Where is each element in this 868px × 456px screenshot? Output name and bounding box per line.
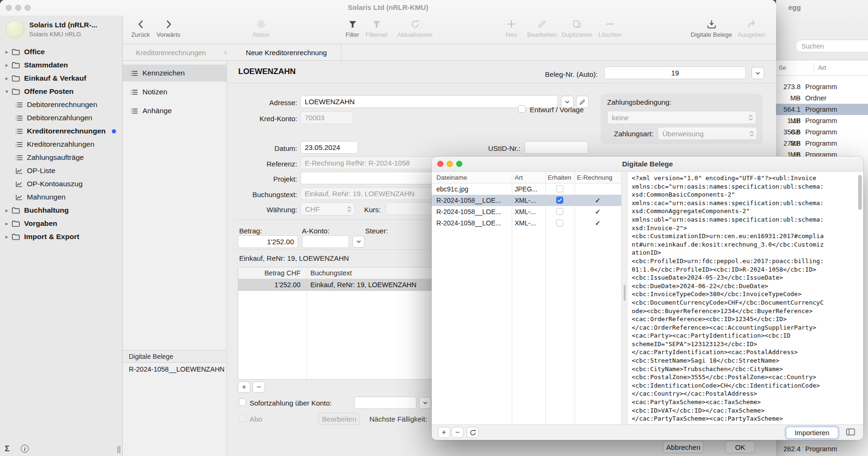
sidebar-item-mahnungen[interactable]: Mahnungen [0,191,122,204]
add-position-button[interactable] [238,381,250,393]
search-input[interactable]: Suchen [795,40,868,52]
sidebar-item-vorgaben[interactable]: Vorgaben [0,217,122,230]
sidebar-item-import-export[interactable]: Import & Export [0,230,122,243]
sidebar-item-office[interactable]: Office [0,45,122,58]
section-item-anhaenge[interactable]: Anhänge [123,102,226,119]
sidebar-item-zahlungsauftraege[interactable]: Zahlungsaufträge [0,151,122,164]
column-art[interactable]: Art [515,172,523,183]
referenz-value: E-Rechnung RefNr: R-2024-1058 [305,159,410,167]
disclosure-triangle-icon[interactable] [3,233,11,240]
table-row[interactable]: R-2024-1058__LOE... XML-... [432,217,621,229]
file-row[interactable]: 273.8 MBProgramm [776,138,868,149]
disclosure-triangle-icon[interactable] [3,62,11,68]
sum-icon[interactable] [5,444,9,454]
section-item-notizen[interactable]: Notizen [123,83,226,100]
splitter-handle[interactable] [624,285,626,301]
a-konto-dropdown-button[interactable] [352,236,365,248]
button-label: Bearbeiten [322,415,357,423]
file-row-selected[interactable]: 564.1 MBProgramm [776,104,868,115]
column-e-rechnung[interactable]: E-Rechnung [577,172,612,183]
erhalten-checkbox[interactable] [556,185,563,192]
abo-label: Abo [250,415,262,423]
erhalten-checkbox[interactable] [556,219,563,226]
file-size: 262.4 MB [776,443,801,455]
info-icon[interactable] [21,445,29,453]
toolbar-button-aktualisieren[interactable]: Aktualisieren [392,18,437,38]
beleg-nr-value: 19 [671,69,679,77]
toolbar-button-bearbeiten[interactable]: Bearbeiten [522,18,562,38]
abo-checkbox[interactable] [239,415,246,422]
sidebar-item-debitorenzahlungen[interactable]: Debitorenzahlungen [0,111,122,124]
toolbar-button-ausgeben[interactable]: Ausgeben [733,18,770,38]
column-erhalten[interactable]: Erhalten [548,172,571,183]
disclosure-triangle-icon[interactable] [3,207,11,214]
column-size[interactable]: ße [779,64,786,71]
beleg-nr-dropdown-button[interactable] [751,67,764,79]
column-dateiname[interactable]: Dateiname [436,172,467,183]
section-item-label: Anhänge [142,107,172,115]
file-row[interactable]: 273.8 MBProgramm [776,81,868,92]
sofortzahlung-konto-field[interactable] [354,397,417,409]
column-buchungstext[interactable]: Buchungstext [310,267,352,279]
table-row-selected[interactable]: R-2024-1058__LOE... XML-... [432,195,621,206]
datum-field[interactable]: 23.05.2024 [300,141,358,154]
table-row[interactable]: R-2024-1058__LOE... XML-... [432,206,621,217]
import-button[interactable]: Importieren [786,427,838,439]
file-row[interactable]: --Ordner [776,92,868,104]
file-row[interactable]: 262.4 MBProgramm [776,443,868,455]
file-row[interactable]: 358.6 MBProgramm [776,126,868,138]
betrag-field[interactable]: 1'252.00 [238,235,298,248]
remove-file-button[interactable] [451,427,464,438]
sofortzahlung-dropdown-button[interactable] [419,397,431,409]
sidebar-item-offene-posten[interactable]: Offene Posten [0,85,122,98]
erhalten-checkbox[interactable] [556,208,563,215]
table-row[interactable]: ebc91c.jpg JPEG... [432,183,621,195]
sidebar-item-kreditorenrechnungen[interactable]: Kreditorenrechnungen [0,124,122,138]
sidebar-item-op-kontoauszug[interactable]: OP-Kontoauszug [0,177,122,191]
disclosure-triangle-icon[interactable] [3,75,11,82]
a-konto-field[interactable] [302,235,349,248]
ok-button[interactable]: OK [725,441,755,453]
zahlungsart-select[interactable]: Überweisung [658,127,757,140]
avatar[interactable] [6,20,25,39]
toolbar-button-loeschen[interactable]: Löschen [590,18,630,38]
refresh-button[interactable] [467,427,479,438]
file-art: XML-... [515,195,543,206]
column-art[interactable]: Art [818,64,826,71]
beleg-nr-field[interactable]: 19 [604,66,746,79]
tab-label: Kreditorenrechnungen [136,49,206,57]
panel-toggle-icon[interactable] [846,428,855,436]
digitale-belege-file[interactable]: R-2024-1058__LOEWENZAHN... [129,365,224,373]
toolbar-button-digitale-belege[interactable]: Digitale Belege [685,18,737,38]
ustid-field[interactable] [525,141,588,154]
remove-position-button[interactable] [252,381,265,393]
file-art: XML-... [515,217,543,229]
add-file-button[interactable] [438,427,450,438]
entwurf-vorlage-checkbox[interactable] [518,105,526,113]
sidebar-item-op-liste[interactable]: OP-Liste [0,164,122,177]
sidebar-item-stammdaten[interactable]: Stammdaten [0,58,122,72]
column-betrag-chf[interactable]: Betrag CHF [238,267,304,279]
section-item-kennzeichen[interactable]: Kennzeichen [123,65,226,82]
sidebar-item-kreditorenzahlungen[interactable]: Kreditorenzahlungen [0,138,122,151]
bearbeiten-button[interactable]: Bearbeiten [318,413,360,425]
file-row[interactable]: 1.18 GBProgramm [776,115,868,126]
toolbar-button-filterset[interactable]: Filterset [359,18,394,38]
toolbar-button-aktion[interactable]: Aktion [242,18,280,38]
sidebar-item-einkauf-verkauf[interactable]: Einkauf & Verkauf [0,72,122,85]
splitter[interactable] [621,172,627,424]
cancel-button[interactable]: Abbrechen [663,441,704,453]
disclosure-triangle-icon[interactable] [3,88,11,95]
erhalten-checkbox-checked[interactable] [556,197,563,204]
tab-kreditorenrechnungen[interactable]: Kreditorenrechnungen [123,49,219,57]
disclosure-triangle-icon[interactable] [3,220,11,227]
toolbar-button-vorwaerts[interactable]: Vorwärts [150,18,187,38]
sidebar-item-buchhaltung[interactable]: Buchhaltung [0,204,122,217]
disclosure-triangle-icon[interactable] [3,49,11,55]
sidebar-resize-handle[interactable] [117,446,120,453]
zahlungsbedingung-select[interactable]: keine [607,111,756,124]
sofortzahlung-checkbox[interactable] [239,398,246,406]
scrollbar-thumb[interactable] [858,175,862,210]
sidebar-item-debitorenrechnungen[interactable]: Debitorenrechnungen [0,98,122,111]
tab-neue-kreditorenrechnung[interactable]: Neue Kreditorenrechnung [232,49,341,57]
